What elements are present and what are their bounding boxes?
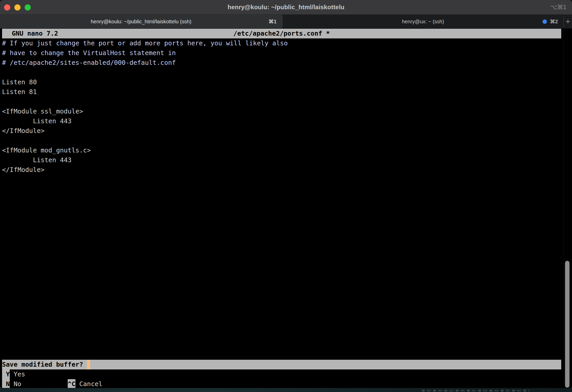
tab-shortcut-text: ⌘1	[269, 18, 277, 25]
tab-label: henry@ux: ~ (ssh)	[402, 19, 444, 25]
editor-line: </IfModule>	[2, 165, 562, 175]
shortcut-key-y: Y	[2, 369, 10, 379]
tab-shortcut-text: ⌘2	[550, 18, 558, 25]
editor-line: </IfModule>	[2, 126, 562, 136]
editor-line	[2, 97, 562, 107]
editor-line: # have to change the VirtualHost stateme…	[2, 48, 562, 58]
traffic-lights	[4, 4, 31, 11]
editor-line: <IfModule mod_gnutls.c>	[2, 146, 562, 155]
editor-line	[2, 68, 562, 77]
new-tab-button[interactable]: +	[564, 15, 572, 28]
background-clipped-text	[422, 390, 530, 391]
tab-bar: henry@koulu: ~/public_html/laiskottelu (…	[0, 15, 572, 28]
editor-line: Listen 443	[2, 155, 562, 165]
prompt-option-no-cancel: N No ^C Cancel	[2, 379, 25, 388]
window-title: henry@koulu: ~/public_html/laiskottelu	[228, 4, 344, 11]
editor-line: <IfModule ssl_module>	[2, 107, 562, 116]
terminal-content[interactable]: GNU nano 7.2 /etc/apache2/ports.conf * #…	[0, 29, 572, 388]
editor-line: Listen 443	[2, 116, 562, 126]
minimize-button[interactable]	[14, 4, 21, 11]
text-cursor	[87, 360, 90, 369]
editor-buffer: # If you just change the port or add mor…	[2, 38, 562, 175]
tab-shortcut: ⌘2	[543, 15, 558, 28]
tab-henry-koulu[interactable]: henry@koulu: ~/public_html/laiskottelu (…	[0, 15, 282, 28]
close-button[interactable]	[4, 4, 10, 11]
tab-henry-ux[interactable]: henry@ux: ~ (ssh) ⌘2	[282, 15, 564, 28]
editor-line: Listen 81	[2, 87, 562, 97]
terminal-window: henry@koulu: ~/public_html/laiskottelu ⌥…	[0, 0, 572, 388]
editor-line: Listen 80	[2, 77, 562, 87]
prompt-option-yes: Y Yes	[2, 369, 25, 379]
nano-file-path: /etc/apache2/ports.conf *	[2, 29, 561, 38]
nano-titlebar: GNU nano 7.2 /etc/apache2/ports.conf *	[2, 29, 561, 38]
editor-line	[2, 136, 562, 146]
shortcut-key-ctrl-c: ^C	[68, 379, 75, 388]
window-shortcut-hint: ⌥⌘1	[550, 0, 566, 15]
editor-line: # /etc/apache2/sites-enabled/000-default…	[2, 58, 562, 68]
window-titlebar: henry@koulu: ~/public_html/laiskottelu ⌥…	[0, 0, 572, 15]
nano-save-prompt: Save modified buffer?	[2, 360, 561, 369]
shortcut-key-n: N	[2, 379, 10, 388]
editor-line: # If you just change the port or add mor…	[2, 38, 562, 48]
tab-label: henry@koulu: ~/public_html/laiskottelu (…	[91, 19, 191, 25]
prompt-question: Save modified buffer?	[2, 360, 83, 369]
scrollbar-track	[563, 29, 564, 388]
activity-dot-icon	[543, 19, 547, 24]
zoom-button[interactable]	[25, 4, 31, 11]
option-label-cancel: Cancel	[79, 379, 102, 388]
tab-shortcut: ⌘1	[269, 15, 277, 28]
option-label-yes: Yes	[14, 369, 25, 379]
option-label-no: No	[14, 379, 21, 388]
scrollbar-thumb[interactable]	[565, 261, 569, 388]
tab-divider	[282, 16, 282, 27]
